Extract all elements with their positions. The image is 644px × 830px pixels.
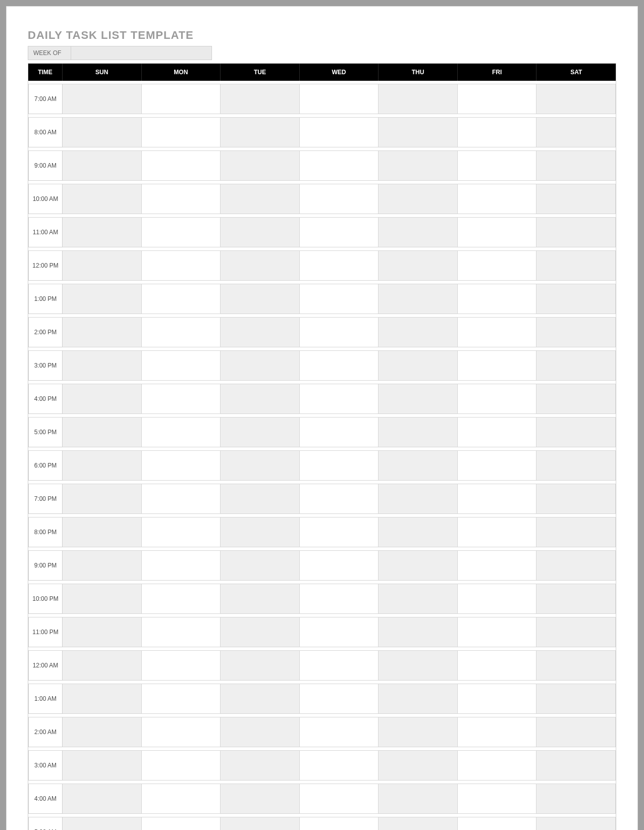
task-cell[interactable] <box>536 117 616 147</box>
task-cell[interactable] <box>300 250 379 281</box>
task-cell[interactable] <box>379 750 458 781</box>
task-cell[interactable] <box>458 217 537 247</box>
task-cell[interactable] <box>379 317 458 347</box>
task-cell[interactable] <box>458 617 537 647</box>
task-cell[interactable] <box>458 417 537 447</box>
task-cell[interactable] <box>300 150 379 181</box>
task-cell[interactable] <box>379 250 458 281</box>
task-cell[interactable] <box>142 117 221 147</box>
task-cell[interactable] <box>142 384 221 414</box>
task-cell[interactable] <box>300 817 379 830</box>
task-cell[interactable] <box>536 517 616 547</box>
task-cell[interactable] <box>458 817 537 830</box>
week-of-input[interactable] <box>71 46 212 60</box>
task-cell[interactable] <box>63 584 142 614</box>
task-cell[interactable] <box>458 84 537 114</box>
task-cell[interactable] <box>221 584 300 614</box>
task-cell[interactable] <box>142 717 221 747</box>
task-cell[interactable] <box>379 384 458 414</box>
task-cell[interactable] <box>458 484 537 514</box>
task-cell[interactable] <box>142 317 221 347</box>
task-cell[interactable] <box>221 317 300 347</box>
task-cell[interactable] <box>300 284 379 314</box>
task-cell[interactable] <box>142 517 221 547</box>
task-cell[interactable] <box>379 617 458 647</box>
task-cell[interactable] <box>63 450 142 481</box>
task-cell[interactable] <box>458 717 537 747</box>
task-cell[interactable] <box>379 717 458 747</box>
task-cell[interactable] <box>300 650 379 681</box>
task-cell[interactable] <box>63 150 142 181</box>
task-cell[interactable] <box>300 550 379 581</box>
task-cell[interactable] <box>458 584 537 614</box>
task-cell[interactable] <box>536 750 616 781</box>
task-cell[interactable] <box>458 684 537 714</box>
task-cell[interactable] <box>142 650 221 681</box>
task-cell[interactable] <box>63 117 142 147</box>
task-cell[interactable] <box>221 417 300 447</box>
task-cell[interactable] <box>221 217 300 247</box>
task-cell[interactable] <box>63 417 142 447</box>
task-cell[interactable] <box>536 250 616 281</box>
task-cell[interactable] <box>379 650 458 681</box>
task-cell[interactable] <box>379 784 458 814</box>
task-cell[interactable] <box>142 350 221 381</box>
task-cell[interactable] <box>379 550 458 581</box>
task-cell[interactable] <box>458 150 537 181</box>
task-cell[interactable] <box>221 784 300 814</box>
task-cell[interactable] <box>458 350 537 381</box>
task-cell[interactable] <box>300 417 379 447</box>
task-cell[interactable] <box>142 784 221 814</box>
task-cell[interactable] <box>300 350 379 381</box>
task-cell[interactable] <box>300 717 379 747</box>
task-cell[interactable] <box>63 250 142 281</box>
task-cell[interactable] <box>536 450 616 481</box>
task-cell[interactable] <box>536 484 616 514</box>
task-cell[interactable] <box>379 817 458 830</box>
task-cell[interactable] <box>536 284 616 314</box>
task-cell[interactable] <box>458 750 537 781</box>
task-cell[interactable] <box>300 317 379 347</box>
task-cell[interactable] <box>458 517 537 547</box>
task-cell[interactable] <box>142 184 221 214</box>
task-cell[interactable] <box>142 550 221 581</box>
task-cell[interactable] <box>221 717 300 747</box>
task-cell[interactable] <box>221 384 300 414</box>
task-cell[interactable] <box>142 217 221 247</box>
task-cell[interactable] <box>536 84 616 114</box>
task-cell[interactable] <box>63 517 142 547</box>
task-cell[interactable] <box>536 350 616 381</box>
task-cell[interactable] <box>458 784 537 814</box>
task-cell[interactable] <box>536 550 616 581</box>
task-cell[interactable] <box>63 717 142 747</box>
task-cell[interactable] <box>536 384 616 414</box>
task-cell[interactable] <box>221 350 300 381</box>
task-cell[interactable] <box>379 684 458 714</box>
task-cell[interactable] <box>300 384 379 414</box>
task-cell[interactable] <box>221 517 300 547</box>
task-cell[interactable] <box>379 184 458 214</box>
task-cell[interactable] <box>300 684 379 714</box>
task-cell[interactable] <box>379 217 458 247</box>
task-cell[interactable] <box>63 750 142 781</box>
task-cell[interactable] <box>379 117 458 147</box>
task-cell[interactable] <box>142 150 221 181</box>
task-cell[interactable] <box>221 750 300 781</box>
task-cell[interactable] <box>458 250 537 281</box>
task-cell[interactable] <box>142 417 221 447</box>
task-cell[interactable] <box>536 784 616 814</box>
task-cell[interactable] <box>63 817 142 830</box>
task-cell[interactable] <box>221 817 300 830</box>
task-cell[interactable] <box>221 250 300 281</box>
task-cell[interactable] <box>63 550 142 581</box>
task-cell[interactable] <box>536 317 616 347</box>
task-cell[interactable] <box>63 84 142 114</box>
task-cell[interactable] <box>379 84 458 114</box>
task-cell[interactable] <box>221 617 300 647</box>
task-cell[interactable] <box>142 750 221 781</box>
task-cell[interactable] <box>536 817 616 830</box>
task-cell[interactable] <box>536 650 616 681</box>
task-cell[interactable] <box>300 484 379 514</box>
task-cell[interactable] <box>536 584 616 614</box>
task-cell[interactable] <box>142 484 221 514</box>
